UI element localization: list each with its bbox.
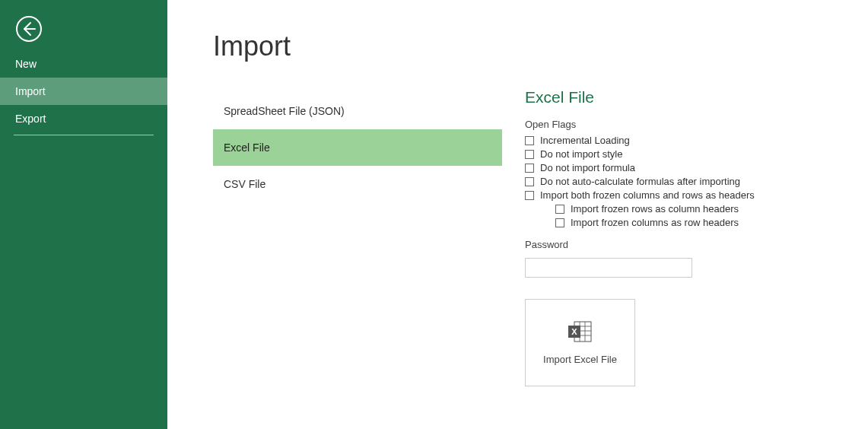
checkbox-icon xyxy=(525,177,534,186)
checkbox-import-both-frozen[interactable]: Import both frozen columns and rows as h… xyxy=(525,189,755,201)
sidebar-item-export[interactable]: Export xyxy=(0,105,167,132)
checkbox-label: Do not import formula xyxy=(540,162,635,173)
options-panel: Excel File Open Flags Incremental Loadin… xyxy=(502,30,755,429)
import-type-csv[interactable]: CSV File xyxy=(213,166,502,202)
checkbox-import-frozen-rows[interactable]: Import frozen rows as column headers xyxy=(555,203,755,214)
import-type-excel[interactable]: Excel File xyxy=(213,129,502,166)
page-title: Import xyxy=(213,30,502,62)
main-content: Import SpreadSheet File (JSON) Excel Fil… xyxy=(167,0,868,429)
svg-text:X: X xyxy=(571,327,577,336)
checkbox-import-frozen-cols[interactable]: Import frozen columns as row headers xyxy=(555,217,755,228)
checkbox-icon xyxy=(525,191,534,200)
checkbox-label: Do not import style xyxy=(540,148,622,160)
back-arrow-icon xyxy=(15,15,43,43)
open-flags-label: Open Flags xyxy=(525,119,755,130)
panel-title: Excel File xyxy=(525,88,755,106)
import-type-json[interactable]: SpreadSheet File (JSON) xyxy=(213,93,502,129)
checkbox-do-not-auto-calculate[interactable]: Do not auto-calculate formulas after imp… xyxy=(525,176,755,187)
excel-file-icon: X xyxy=(567,320,594,343)
back-button[interactable] xyxy=(14,14,44,44)
left-column: Import SpreadSheet File (JSON) Excel Fil… xyxy=(213,30,502,429)
checkbox-label: Import both frozen columns and rows as h… xyxy=(540,189,755,201)
import-button-label: Import Excel File xyxy=(543,354,617,365)
password-input[interactable] xyxy=(525,258,692,278)
checkbox-icon xyxy=(525,164,534,173)
import-type-list: SpreadSheet File (JSON) Excel File CSV F… xyxy=(213,93,502,202)
checkbox-icon xyxy=(555,205,564,214)
sidebar: New Import Export xyxy=(0,0,167,429)
checkbox-do-not-import-style[interactable]: Do not import style xyxy=(525,148,755,160)
sidebar-divider xyxy=(14,135,154,135)
checkbox-incremental-loading[interactable]: Incremental Loading xyxy=(525,135,755,146)
checkbox-do-not-import-formula[interactable]: Do not import formula xyxy=(525,162,755,173)
import-excel-file-button[interactable]: X Import Excel File xyxy=(525,299,635,386)
checkbox-icon xyxy=(525,136,534,145)
sidebar-item-new[interactable]: New xyxy=(0,50,167,78)
checkbox-icon xyxy=(525,150,534,159)
checkbox-label: Import frozen rows as column headers xyxy=(571,203,739,214)
password-block: Password xyxy=(525,239,755,278)
checkbox-label: Import frozen columns as row headers xyxy=(571,217,739,228)
password-label: Password xyxy=(525,239,755,250)
checkbox-label: Incremental Loading xyxy=(540,135,630,146)
checkbox-label: Do not auto-calculate formulas after imp… xyxy=(540,176,740,187)
checkbox-icon xyxy=(555,218,564,227)
sidebar-item-import[interactable]: Import xyxy=(0,78,167,105)
